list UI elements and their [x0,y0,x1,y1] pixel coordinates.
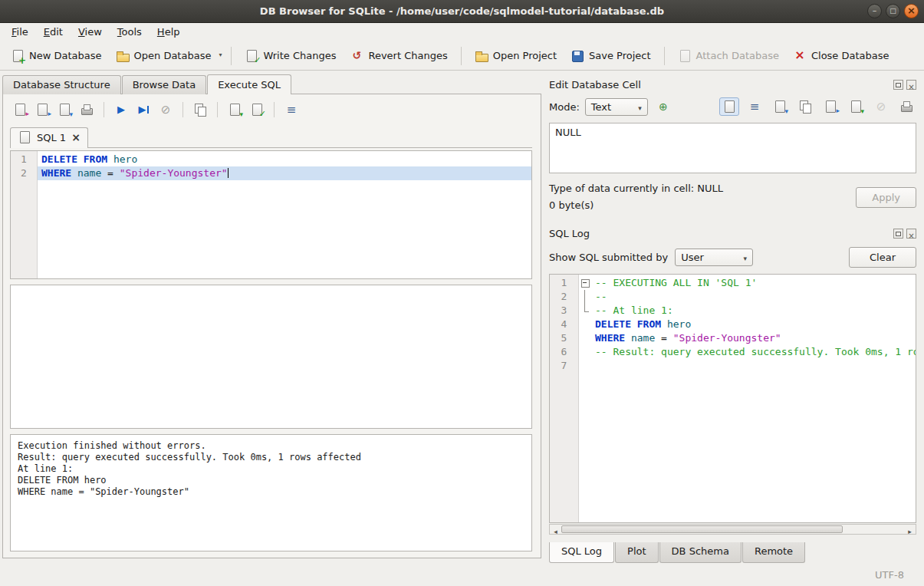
log-line: -- EXECUTING ALL IN 'SQL 1' [591,276,916,290]
log-filter-combobox[interactable]: User [675,249,753,266]
main-area: Database Structure Browse Data Execute S… [0,71,924,563]
panel-close-icon[interactable] [906,229,916,239]
menu-view[interactable]: View [71,25,110,40]
word-wrap-button[interactable] [745,97,765,116]
tab-browse-data[interactable]: Browse Data [122,75,207,94]
save-sql-file-button[interactable] [54,100,74,119]
save-project-button[interactable]: Save Project [564,46,657,66]
save-results-csv-icon [250,104,264,116]
save-results-view-button[interactable] [225,100,245,119]
import-cell-data-button[interactable] [820,97,840,116]
attach-database-button[interactable]: Attach Database [672,46,785,66]
tab-plot[interactable]: Plot [615,542,659,563]
stop-execution-button[interactable] [156,100,176,119]
text-view-icon [722,100,736,113]
log-line: -- [591,290,916,304]
dock-float-icon[interactable] [893,229,903,239]
print-cell-button[interactable] [896,97,916,116]
save-project-label: Save Project [589,50,651,61]
status-bar: UTF-8 [0,563,924,586]
tab-sql-log[interactable]: SQL Log [549,542,614,563]
export-cell-data-button[interactable] [846,97,866,116]
scrollbar-track[interactable] [561,525,904,534]
log-horizontal-scrollbar[interactable] [549,524,916,535]
cell-info-row: Type of data currently in cell: NULL 0 b… [549,180,916,214]
results-pane[interactable] [10,285,532,429]
scrollbar-thumb[interactable] [561,525,843,533]
write-changes-button[interactable]: Write Changes [238,46,342,66]
close-window-button[interactable] [904,4,919,18]
sql-tab-label: SQL 1 [37,132,66,143]
fold-guide-end [579,304,591,318]
attach-database-icon [678,50,692,62]
open-database-button[interactable]: Open Database [110,46,218,66]
menu-file[interactable]: File [4,25,36,40]
clear-log-button[interactable]: Clear [849,247,916,268]
execute-current-line-button[interactable] [133,100,153,119]
text-view-button[interactable] [719,97,739,116]
menu-edit[interactable]: Edit [36,25,71,40]
message-line: Execution finished without errors. [18,440,524,452]
sql-code-editor[interactable]: 1 2 DELETE FROM hero WHERE name = "Spide… [10,150,532,279]
print-sql-button[interactable] [77,100,97,119]
save-cell-button[interactable] [770,97,790,116]
open-sql-file-icon [35,104,49,116]
set-null-button[interactable] [871,97,891,116]
sql-tab-close-icon[interactable] [71,131,81,143]
code-fold-column[interactable] [579,275,591,522]
editor-line-number-gutter: 1 2 [11,151,38,278]
sql-toolbar [10,98,532,121]
message-line: DELETE FROM hero [18,475,524,486]
toolbar-separator [231,47,232,65]
cell-value-editor[interactable]: NULL [549,123,916,173]
sql-toolbar-separator [217,102,218,117]
line-number: 2 [550,290,578,304]
new-sql-tab-button[interactable] [10,100,30,119]
log-filter-row: Show SQL submitted by User Clear [549,247,916,268]
window-controls [867,4,919,18]
word-wrap-icon [748,100,761,114]
cell-info-text: Type of data currently in cell: NULL 0 b… [549,180,856,214]
revert-changes-label: Revert Changes [368,50,447,61]
maximize-button[interactable] [886,4,900,18]
open-project-button[interactable]: Open Project [469,46,563,66]
export-results-button[interactable] [190,100,210,119]
sql-toolbar-separator [182,102,183,117]
apply-button[interactable]: Apply [856,187,916,208]
line-number: 3 [550,304,578,318]
dock-float-icon[interactable] [893,80,903,90]
sql-log-view[interactable]: 1 2 3 4 5 6 7 -- EXECUTING ALL IN 'SQL 1… [549,274,916,523]
log-code-area: -- EXECUTING ALL IN 'SQL 1' -- -- At lin… [591,275,916,522]
print-cell-icon [899,100,913,113]
open-sql-file-button[interactable] [32,100,52,119]
tab-execute-sql[interactable]: Execute SQL [207,74,291,94]
close-database-button[interactable]: Close Database [787,45,896,66]
window-title: DB Browser for SQLite - /home/user/code/… [0,5,924,17]
tab-db-schema[interactable]: DB Schema [659,542,742,563]
messages-pane[interactable]: Execution finished without errors. Resul… [10,434,532,551]
save-results-csv-button[interactable] [247,100,267,119]
app-window: DB Browser for SQLite - /home/user/code/… [0,0,924,586]
fold-collapse-icon[interactable] [579,276,591,290]
open-database-dropdown-arrow[interactable] [219,41,224,70]
scroll-right-arrow-icon[interactable] [904,525,916,534]
tab-database-structure[interactable]: Database Structure [2,75,121,94]
sql-tab-document-icon [18,131,31,143]
panel-close-icon[interactable] [906,80,916,90]
copy-cell-button[interactable] [795,97,815,116]
export-results-icon [193,104,207,116]
mode-combobox[interactable]: Text [585,98,648,116]
revert-changes-button[interactable]: Revert Changes [344,45,453,66]
sql-1-tab[interactable]: SQL 1 [10,127,88,148]
new-database-button[interactable]: New Database [5,46,108,66]
open-database-icon [116,50,130,62]
mode-value: Text [591,101,630,113]
scroll-left-arrow-icon[interactable] [550,525,561,534]
menu-help[interactable]: Help [150,25,188,40]
execute-all-button[interactable] [111,100,131,119]
format-sql-button[interactable] [281,100,301,119]
menu-tools[interactable]: Tools [110,25,150,40]
tab-remote[interactable]: Remote [742,542,805,563]
minimize-button[interactable] [867,4,882,18]
auto-detect-format-button[interactable] [653,97,673,116]
